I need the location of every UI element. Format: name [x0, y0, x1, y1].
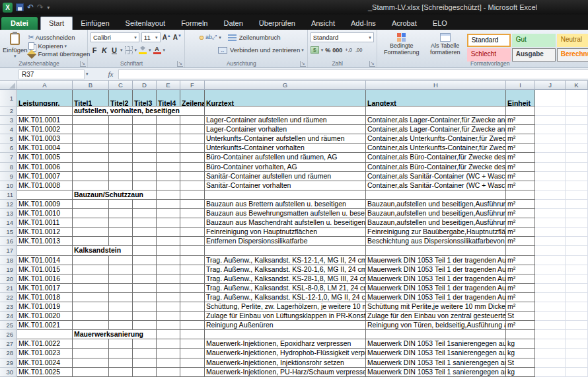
font-dialog-launcher-icon[interactable]: ↘	[177, 61, 183, 67]
cut-button[interactable]: ✂Ausschneiden	[28, 33, 91, 42]
cell-A28[interactable]: MK.T01.0023	[17, 349, 73, 358]
cell-C25[interactable]	[109, 321, 133, 330]
cell-B13[interactable]	[73, 209, 109, 218]
cell-I16[interactable]: m²	[506, 237, 535, 246]
cell-G11[interactable]	[205, 190, 366, 200]
cell-C23[interactable]	[109, 302, 133, 312]
cell-E10[interactable]	[157, 181, 180, 190]
cell-F28[interactable]	[180, 349, 205, 358]
cell-J16[interactable]	[535, 237, 566, 246]
cell-F10[interactable]	[180, 181, 205, 190]
cell-H23[interactable]: Schüttung mit Perlite,je weitere 10 mm D…	[366, 302, 506, 312]
cell-A4[interactable]: MK.T01.0002	[17, 125, 73, 134]
cell-I28[interactable]: kg	[506, 349, 535, 358]
cell-I22[interactable]: m²	[506, 293, 535, 302]
cell-D13[interactable]	[133, 209, 157, 218]
bold-button[interactable]: F	[91, 46, 98, 54]
cell-G7[interactable]: Büro-Container aufstellen und räumen, AG	[205, 153, 366, 162]
cell-I19[interactable]: m²	[506, 265, 535, 274]
cell-E15[interactable]	[157, 228, 180, 237]
number-format-combo[interactable]: Standard▾	[311, 32, 374, 42]
cell-F7[interactable]	[180, 153, 205, 162]
cell-K15[interactable]	[566, 228, 588, 237]
cell-E28[interactable]	[157, 349, 180, 358]
align-middle-button[interactable]	[194, 36, 198, 40]
cell-E6[interactable]	[157, 144, 180, 153]
clipboard-dialog-launcher-icon[interactable]: ↘	[80, 61, 86, 67]
insert-function-icon[interactable]: fx	[91, 70, 119, 78]
cell-K24[interactable]	[566, 312, 588, 321]
cell-F24[interactable]	[180, 312, 205, 321]
cell-H9[interactable]: Container,als Sanitär-Container (WC + Wa…	[366, 172, 506, 181]
tab-start[interactable]: Start	[40, 17, 73, 30]
cell-D6[interactable]	[133, 144, 157, 153]
cell-B27[interactable]	[73, 339, 109, 349]
cell-D8[interactable]	[133, 163, 157, 172]
cell-J23[interactable]	[535, 302, 566, 312]
cell-K13[interactable]	[566, 209, 588, 218]
cell-I17[interactable]	[506, 246, 535, 255]
cell-H10[interactable]: Container,als Sanitär-Container (WC + Wa…	[366, 181, 506, 190]
cell-J12[interactable]	[535, 200, 566, 209]
qat-customize-icon[interactable]: ▾	[47, 5, 50, 11]
cell-G18[interactable]: Trag. Außenw., Kalksandst. KS-12-1,4, MG…	[205, 256, 366, 265]
cell-I11[interactable]	[506, 190, 535, 200]
cell-A27[interactable]: MK.T01.0022	[17, 339, 73, 349]
cell-C13[interactable]	[109, 209, 133, 218]
cell-J2[interactable]	[535, 106, 566, 116]
cell-style-schlecht[interactable]: Schlecht	[467, 48, 511, 62]
row-header-1[interactable]: 1	[0, 90, 17, 106]
name-box[interactable]: R37	[18, 69, 85, 79]
column-header-D[interactable]: D	[133, 81, 157, 90]
cell-I27[interactable]: kg	[506, 339, 535, 349]
format-as-table-button[interactable]: Als Tabelle formatieren	[423, 32, 467, 60]
cell-C27[interactable]	[109, 339, 133, 349]
cell-G17[interactable]	[205, 246, 366, 255]
cell-C6[interactable]	[109, 144, 133, 153]
cell-D5[interactable]	[133, 134, 157, 144]
cell-K10[interactable]	[566, 181, 588, 190]
cell-J22[interactable]	[535, 293, 566, 302]
cell-F6[interactable]	[180, 144, 205, 153]
cell-D12[interactable]	[133, 200, 157, 209]
cell-D27[interactable]	[133, 339, 157, 349]
cell-E9[interactable]	[157, 172, 180, 181]
cell-D22[interactable]	[133, 293, 157, 302]
cell-B18[interactable]	[73, 256, 109, 265]
select-all-corner[interactable]	[0, 81, 17, 90]
wrap-text-button[interactable]: Zeilenumbruch	[227, 34, 281, 41]
cell-A18[interactable]: MK.T01.0014	[17, 256, 73, 265]
cell-H1[interactable]: Langtext	[366, 90, 506, 106]
cell-E13[interactable]	[157, 209, 180, 218]
row-header-3[interactable]: 3	[0, 116, 17, 125]
cell-K8[interactable]	[566, 163, 588, 172]
cell-B5[interactable]	[73, 134, 109, 144]
column-header-C[interactable]: C	[109, 81, 133, 90]
cell-B14[interactable]	[73, 218, 109, 228]
cell-A30[interactable]: MK.T01.0025	[17, 368, 73, 377]
save-icon[interactable]	[16, 3, 24, 11]
cell-F23[interactable]	[180, 302, 205, 312]
cell-H8[interactable]: Container,als Büro-Container,für Zwecke …	[366, 163, 506, 172]
row-header-30[interactable]: 30	[0, 368, 17, 377]
cell-C4[interactable]	[109, 125, 133, 134]
cell-D23[interactable]	[133, 302, 157, 312]
cell-J6[interactable]	[535, 144, 566, 153]
cell-F12[interactable]	[180, 200, 205, 209]
row-header-19[interactable]: 19	[0, 265, 17, 274]
cell-H12[interactable]: Bauzaun,aufstellen und beseitigen,Ausfüh…	[366, 200, 506, 209]
cell-F9[interactable]	[180, 172, 205, 181]
cell-H6[interactable]: Container,als Unterkunfts-Container,für …	[366, 144, 506, 153]
cell-B9[interactable]	[73, 172, 109, 181]
column-header-F[interactable]: F	[180, 81, 205, 90]
cell-style-ausgabe[interactable]: Ausgabe	[512, 48, 556, 62]
cell-J20[interactable]	[535, 274, 566, 284]
cell-G2[interactable]	[205, 106, 366, 116]
tab-seitenlayout[interactable]: Seitenlayout	[118, 17, 174, 30]
cell-style-neutral[interactable]: Neutral	[557, 34, 588, 47]
cell-C7[interactable]	[109, 153, 133, 162]
cell-C15[interactable]	[109, 228, 133, 237]
cell-H24[interactable]: Zulage für den Einbau von zentral gesteu…	[366, 312, 506, 321]
row-header-2[interactable]: 2	[0, 106, 17, 116]
column-header-H[interactable]: H	[366, 81, 506, 90]
